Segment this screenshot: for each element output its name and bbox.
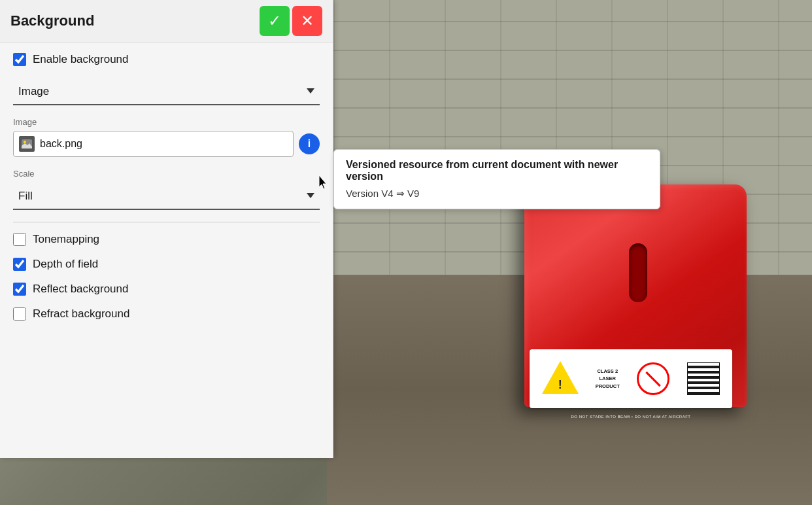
refract-background-checkbox[interactable] (13, 307, 26, 321)
svg-point-1 (24, 141, 26, 143)
divider-1 (13, 222, 320, 222)
enable-background-checkbox[interactable] (13, 53, 26, 66)
enable-background-label: Enable background (33, 53, 129, 66)
image-field-label: Image (13, 117, 320, 127)
info-button[interactable]: i (299, 133, 320, 154)
scale-dropdown-row: Scale Fill Fit Stretch Tile (13, 169, 320, 210)
panel-title: Background (10, 12, 94, 29)
confirm-button[interactable]: ✓ (260, 6, 290, 36)
panel-header: Background ✓ ✕ (0, 0, 333, 43)
tonemapping-row: Tonemapping (13, 233, 320, 246)
type-dropdown[interactable]: Image Color Gradient (13, 78, 320, 105)
version-tooltip: Versioned resource from current document… (333, 149, 660, 209)
type-dropdown-row: Image Color Gradient (13, 78, 320, 105)
reflect-background-checkbox[interactable] (13, 283, 26, 296)
background-panel: Background ✓ ✕ Enable background Image C… (0, 0, 333, 458)
image-input-row: i (13, 131, 320, 157)
panel-body: Enable background Image Color Gradient I… (0, 43, 333, 343)
enable-background-row: Enable background (13, 53, 320, 66)
scale-dropdown[interactable]: Fill Fit Stretch Tile (13, 183, 320, 210)
reflect-background-row: Reflect background (13, 283, 320, 296)
reflect-background-label: Reflect background (33, 283, 128, 296)
image-input-wrapper (13, 131, 294, 157)
image-field-group: Image i (13, 117, 320, 157)
tooltip-title: Versioned resource from current document… (346, 159, 648, 183)
scale-label: Scale (13, 169, 320, 179)
image-filename-input[interactable] (40, 138, 288, 150)
image-icon (19, 136, 35, 152)
depth-of-field-checkbox[interactable] (13, 258, 26, 271)
refract-background-label: Refract background (33, 307, 129, 321)
tonemapping-label: Tonemapping (33, 233, 99, 246)
tooltip-body: Version V4 ⇒ V9 (346, 188, 648, 200)
mouse-cursor (319, 175, 330, 188)
depth-of-field-row: Depth of field (13, 258, 320, 271)
header-buttons: ✓ ✕ (260, 6, 322, 36)
depth-of-field-label: Depth of field (33, 258, 98, 271)
info-icon: i (308, 138, 311, 150)
cancel-button[interactable]: ✕ (292, 6, 322, 36)
tonemapping-checkbox[interactable] (13, 233, 26, 246)
refract-background-row: Refract background (13, 307, 320, 321)
